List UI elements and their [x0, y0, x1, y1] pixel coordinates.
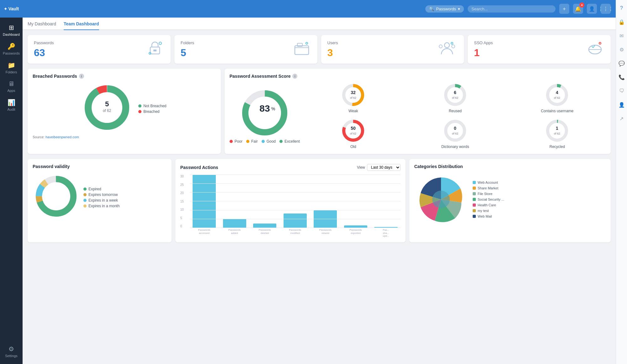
passwords-icon: 🔑: [8, 43, 15, 50]
assessment-info-icon[interactable]: i: [292, 74, 297, 79]
sidebar-item-folders[interactable]: 📁 Folders: [0, 58, 23, 76]
bottom-row: Password validity: [28, 159, 611, 242]
svg-rect-1: [153, 50, 157, 51]
breached-dot: [138, 110, 141, 113]
sidebar-item-audit[interactable]: 📊 Audit: [0, 95, 23, 114]
grid-button[interactable]: ⋮⋮⋮: [601, 4, 611, 14]
sso-icon: [586, 40, 604, 59]
dashboard-tabs: My Dashboard Team Dashboard: [23, 18, 616, 30]
not-breached-dot: [138, 104, 141, 108]
right-panel-phone-icon[interactable]: 📞: [617, 73, 626, 82]
stat-label-sso: SSO Apps: [474, 40, 493, 45]
legend-not-breached: Not Breached: [138, 104, 166, 108]
categories-card: Categories Distribution: [409, 159, 611, 242]
view-label: View: [357, 165, 365, 170]
svg-text:6: 6: [454, 90, 456, 95]
svg-point-27: [446, 86, 465, 104]
bar-shared: [374, 227, 397, 228]
svg-text:1: 1: [556, 126, 559, 131]
add-button[interactable]: ＋: [559, 4, 569, 14]
sidebar-item-apps[interactable]: 🖥 Apps: [0, 76, 23, 95]
categories-legend: Web Account Share Market File Store: [473, 181, 504, 218]
stat-label-passwords: Passwords: [34, 40, 54, 45]
svg-text:of 62: of 62: [350, 132, 356, 135]
sidebar-item-dashboard[interactable]: ⊞ Dashboard: [0, 20, 23, 39]
tab-team-dashboard[interactable]: Team Dashboard: [64, 21, 99, 30]
bar-chart-area: 30 25 20 15 10 5 0: [180, 175, 401, 237]
sidebar-label-audit: Audit: [7, 108, 15, 111]
svg-text:0: 0: [454, 126, 456, 131]
breached-title: Breached Passwords i: [33, 74, 216, 79]
lock-icon: [146, 40, 164, 59]
topbar-actions: ＋ 🔔 4 👤 ⋮⋮⋮: [559, 4, 611, 14]
folders-icon: 📁: [8, 61, 15, 69]
right-panel: ? 🔒 ✉ ⚙ 💬 📞 🗨 👤 ↗: [616, 0, 627, 364]
folder-icon: [292, 40, 311, 59]
sidebar-label-apps: Apps: [7, 89, 15, 92]
tab-my-dashboard[interactable]: My Dashboard: [28, 21, 56, 30]
stats-row: Passwords 63 Folders 5: [28, 35, 611, 64]
bar-added: [223, 219, 246, 228]
right-panel-user-icon[interactable]: 👤: [617, 100, 626, 109]
view-dropdown[interactable]: Last 30 days Last 7 days Last 90 days: [367, 164, 401, 171]
svg-point-39: [446, 121, 465, 140]
search-bar[interactable]: [468, 5, 555, 13]
actions-header: Password Actions View Last 30 days Last …: [180, 164, 401, 171]
legend-poor: Poor: [230, 139, 242, 144]
right-panel-message-icon[interactable]: 🗨: [617, 87, 626, 95]
right-panel-chat-icon[interactable]: 💬: [617, 59, 626, 68]
validity-donut-svg: [33, 173, 80, 220]
stat-card-passwords: Passwords 63: [28, 35, 171, 64]
sidebar-label-passwords: Passwords: [3, 51, 20, 55]
svg-text:of 62: of 62: [350, 96, 356, 99]
svg-point-13: [599, 42, 601, 44]
right-panel-settings-icon[interactable]: ⚙: [617, 45, 626, 54]
bar-group-deleted: [250, 175, 279, 228]
settings-icon: ⚙: [8, 345, 14, 353]
right-panel-lock-icon[interactable]: 🔒: [617, 18, 626, 26]
bar-accessed: [193, 175, 216, 228]
view-select: View Last 30 days Last 7 days Last 90 da…: [357, 164, 401, 171]
bar-group-accessed: [190, 175, 219, 228]
sidebar-item-settings[interactable]: ⚙ Settings: [0, 341, 23, 360]
search-input[interactable]: [471, 7, 522, 11]
sidebar-item-passwords[interactable]: 🔑 Passwords: [0, 39, 23, 58]
user-avatar[interactable]: 👤: [587, 4, 597, 14]
breached-donut: 5 of 62: [82, 82, 132, 133]
mini-donuts-grid: 32 of 62 Weak 6 of 62: [305, 82, 606, 149]
svg-point-43: [548, 121, 566, 140]
validity-title: Password validity: [33, 164, 167, 169]
sidebar-nav: ⊞ Dashboard 🔑 Passwords 📁 Folders 🖥 Apps…: [0, 18, 23, 341]
svg-text:of 62: of 62: [554, 132, 560, 135]
sidebar: ✦ Vault ⊞ Dashboard 🔑 Passwords 📁 Folder…: [0, 0, 23, 364]
svg-point-10: [451, 42, 453, 44]
right-panel-export-icon[interactable]: ↗: [617, 114, 626, 123]
stat-card-users: Users 3: [321, 35, 464, 64]
bar-modified: [284, 214, 307, 228]
svg-text:83: 83: [259, 103, 270, 113]
x-labels: Passwordsaccessed Passwordsadded Passwor…: [190, 229, 401, 237]
legend-share-market: Share Market: [473, 186, 504, 190]
legend-social-security: Social Security ...: [473, 198, 504, 201]
bar-group-added: [220, 175, 249, 228]
notifications-button[interactable]: 🔔 4: [573, 4, 583, 14]
svg-text:%: %: [271, 106, 275, 111]
bars: [190, 175, 401, 228]
svg-point-2: [159, 42, 162, 45]
topbar: 🔍 Passwords ▾ ＋ 🔔 4 👤 ⋮⋮⋮: [23, 0, 616, 18]
svg-rect-4: [295, 46, 309, 55]
svg-text:of 62: of 62: [554, 96, 560, 99]
breached-info-icon[interactable]: i: [79, 74, 84, 79]
app-logo[interactable]: ✦ Vault: [0, 0, 23, 18]
svg-text:of 62: of 62: [452, 96, 458, 99]
haveibeenpwned-link[interactable]: haveibeenpwned.com: [45, 135, 79, 139]
right-panel-mail-icon[interactable]: ✉: [617, 31, 626, 40]
mini-donut-old: 50 of 62 Old: [305, 118, 402, 149]
legend-my-test: my test: [473, 209, 504, 213]
right-panel-help-icon[interactable]: ?: [617, 4, 626, 13]
search-category-dropdown[interactable]: 🔍 Passwords ▾: [425, 5, 464, 13]
sidebar-label-folders: Folders: [6, 70, 17, 74]
stat-label-folders: Folders: [181, 40, 194, 45]
bar-viewed: [314, 210, 337, 228]
assessment-card: Password Assessment Score i 83 %: [225, 69, 611, 154]
